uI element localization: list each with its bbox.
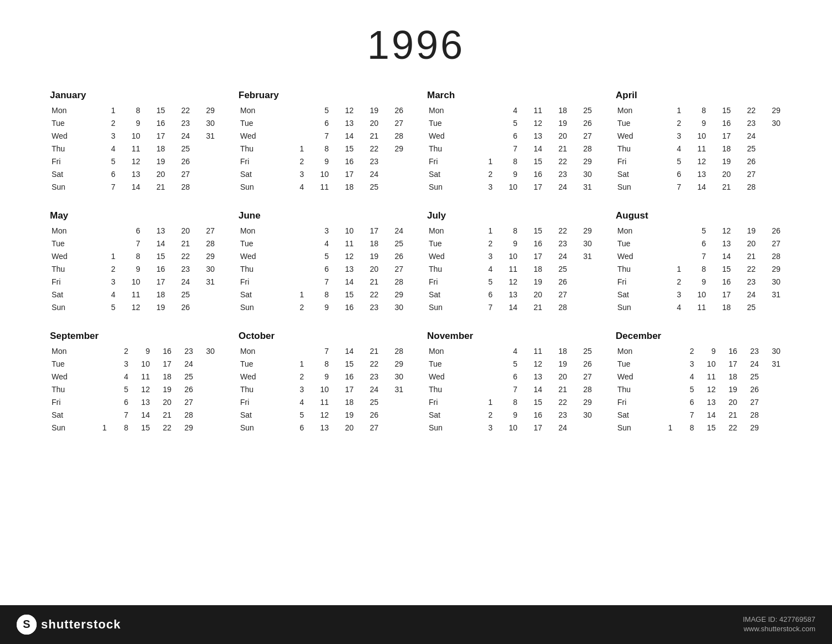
date-cell: 7 [658, 181, 683, 194]
table-row: Mon7142128 [239, 345, 405, 358]
table-row: Mon29162330 [50, 345, 216, 358]
date-cell: 27 [569, 130, 593, 143]
date-cell: 14 [519, 143, 544, 155]
date-cell: 11 [331, 237, 356, 250]
date-cell: 11 [696, 371, 717, 383]
date-cell: 20 [166, 225, 191, 237]
date-cell: 9 [494, 168, 519, 181]
date-cell: 31 [757, 288, 782, 301]
date-cell: 27 [355, 422, 380, 434]
date-cell: 21 [708, 181, 733, 194]
date-cell: 2 [92, 263, 117, 276]
date-cell: 5 [108, 383, 130, 396]
date-cell: 28 [757, 250, 782, 263]
date-cell: 21 [544, 143, 569, 155]
day-name-cell: Sat [616, 288, 658, 301]
month-table: Mon7142128Tue18152229Wed29162330Thu31017… [239, 345, 405, 434]
day-name-cell: Fri [427, 276, 469, 288]
date-cell: 25 [166, 143, 191, 155]
date-cell: 26 [739, 383, 760, 396]
date-cell: 4 [469, 263, 494, 276]
date-cell: 30 [380, 371, 405, 383]
date-cell [569, 288, 593, 301]
date-cell: 29 [569, 396, 593, 409]
date-cell [281, 263, 306, 276]
date-cell: 11 [130, 371, 151, 383]
date-cell: 5 [92, 155, 117, 168]
date-cell: 8 [494, 155, 519, 168]
date-cell: 3 [306, 225, 331, 237]
year-title: 1996 [44, 22, 788, 68]
day-name-cell: Sat [427, 168, 469, 181]
date-cell: 17 [331, 168, 356, 181]
svg-text:S: S [23, 618, 30, 630]
day-name-cell: Tue [50, 358, 87, 371]
date-cell: 22 [544, 396, 569, 409]
month-block-july: JulyMon18152229Tue29162330Wed310172431Th… [422, 210, 599, 314]
month-name: March [427, 90, 593, 101]
date-cell: 27 [732, 168, 757, 181]
date-cell: 29 [569, 225, 593, 237]
date-cell: 23 [355, 155, 380, 168]
month-block-january: JanuaryMon18152229Tue29162330Wed31017243… [44, 90, 222, 194]
table-row: Tue29162330 [50, 117, 216, 130]
date-cell: 7 [92, 181, 117, 194]
date-cell: 6 [117, 225, 142, 237]
table-row: Wed310172431 [50, 130, 216, 143]
date-cell: 8 [306, 288, 331, 301]
table-row: Mon18152229 [616, 104, 782, 117]
date-cell: 26 [544, 276, 569, 288]
date-cell: 27 [380, 117, 405, 130]
day-name-cell: Thu [50, 263, 92, 276]
day-name-cell: Thu [616, 143, 658, 155]
table-row: Tue29162330 [616, 117, 782, 130]
date-cell: 12 [683, 155, 708, 168]
day-name-cell: Mon [50, 225, 92, 237]
date-cell: 1 [281, 143, 306, 155]
date-cell: 28 [732, 181, 757, 194]
date-cell: 13 [331, 263, 356, 276]
day-name-cell: Mon [239, 104, 281, 117]
day-name-cell: Tue [616, 237, 658, 250]
date-cell: 9 [683, 276, 708, 288]
date-cell: 25 [732, 301, 757, 314]
date-cell [760, 371, 782, 383]
month-name: November [427, 331, 593, 342]
day-name-cell: Fri [239, 276, 281, 288]
shutterstock-logo: S shutterstock [17, 615, 121, 635]
date-cell [652, 409, 674, 422]
date-cell: 15 [708, 104, 733, 117]
date-cell: 18 [717, 371, 739, 383]
day-name-cell: Sat [50, 409, 87, 422]
date-cell [469, 117, 494, 130]
date-cell: 10 [117, 130, 142, 143]
date-cell [658, 225, 683, 237]
date-cell: 9 [306, 371, 331, 383]
date-cell: 23 [739, 345, 760, 358]
date-cell: 7 [494, 383, 519, 396]
date-cell: 20 [717, 396, 739, 409]
date-cell: 24 [166, 130, 191, 143]
date-cell: 3 [469, 422, 494, 434]
date-cell [191, 168, 216, 181]
date-cell: 17 [355, 225, 380, 237]
date-cell: 5 [306, 104, 331, 117]
date-cell: 6 [306, 263, 331, 276]
date-cell [281, 345, 306, 358]
date-cell: 26 [166, 155, 191, 168]
table-row: Sun6132027 [239, 422, 405, 434]
date-cell: 6 [494, 371, 519, 383]
date-cell: 17 [142, 130, 167, 143]
date-cell: 16 [331, 301, 356, 314]
month-block-may: MayMon6132027Tue7142128Wed18152229Thu291… [44, 210, 222, 314]
date-cell: 17 [331, 383, 356, 396]
date-cell: 13 [494, 288, 519, 301]
logo-icon: S [17, 615, 37, 635]
day-name-cell: Sun [616, 181, 658, 194]
date-cell: 26 [569, 358, 593, 371]
date-cell: 31 [760, 358, 782, 371]
day-name-cell: Wed [50, 250, 92, 263]
date-cell: 12 [117, 301, 142, 314]
date-cell: 1 [652, 422, 674, 434]
month-block-february: FebruaryMon5121926Tue6132027Wed7142128Th… [233, 90, 410, 194]
